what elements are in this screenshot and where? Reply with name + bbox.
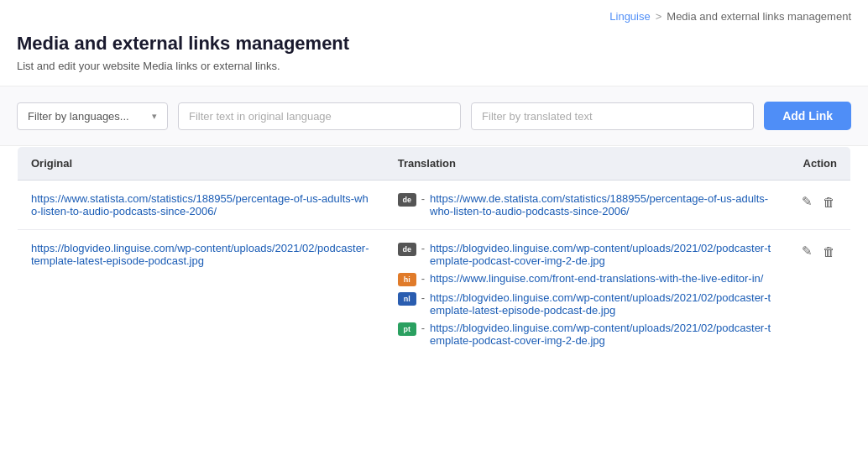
dash-separator: - [421, 272, 425, 285]
original-url: https://www.statista.com/statistics/1889… [31, 192, 369, 217]
translation-url: https://www.de.statista.com/statistics/1… [430, 192, 773, 217]
translation-item: de-https://www.de.statista.com/statistic… [398, 192, 773, 217]
breadcrumb-home[interactable]: Linguise [609, 10, 650, 23]
original-language-filter-input[interactable] [178, 102, 461, 130]
breadcrumb-current: Media and external links management [667, 10, 851, 23]
delete-icon[interactable]: 🗑 [821, 243, 837, 260]
translation-url: https://www.linguise.com/front-end-trans… [430, 272, 763, 285]
col-translation-header: Translation [384, 147, 787, 181]
breadcrumb-separator: > [656, 10, 662, 23]
breadcrumb: Linguise > Media and external links mana… [0, 0, 868, 26]
original-url-cell: https://www.statista.com/statistics/1889… [18, 181, 384, 230]
chevron-down-icon: ▾ [152, 111, 157, 122]
edit-icon[interactable]: ✎ [800, 192, 814, 211]
table-header-row: Original Translation Action [18, 147, 851, 181]
translation-url: https://blogvideo.linguise.com/wp-conten… [430, 322, 773, 347]
filter-bar: Filter by languages... ▾ Add Link [0, 86, 868, 146]
lang-badge-hi: hi [398, 273, 416, 286]
dash-separator: - [421, 291, 425, 304]
links-table-container: Original Translation Action https://www.… [0, 146, 868, 359]
table-row: https://blogvideo.linguise.com/wp-conten… [18, 230, 851, 359]
translation-cell: de-https://www.de.statista.com/statistic… [384, 181, 787, 230]
original-url-cell: https://blogvideo.linguise.com/wp-conten… [18, 230, 384, 359]
lang-badge-nl: nl [398, 292, 416, 306]
edit-icon[interactable]: ✎ [800, 242, 814, 260]
action-cell: ✎🗑 [787, 230, 851, 359]
action-cell: ✎🗑 [787, 181, 851, 230]
translated-text-filter-input[interactable] [471, 102, 754, 130]
links-table: Original Translation Action https://www.… [17, 146, 851, 359]
page-subtitle: List and edit your website Media links o… [17, 60, 851, 72]
original-url: https://blogvideo.linguise.com/wp-conten… [31, 242, 369, 267]
translation-item: nl-https://blogvideo.linguise.com/wp-con… [398, 291, 773, 317]
page-title: Media and external links management [17, 33, 851, 55]
dash-separator: - [421, 322, 425, 334]
table-row: https://www.statista.com/statistics/1889… [18, 181, 851, 230]
lang-badge-pt: pt [398, 322, 416, 336]
language-filter-label: Filter by languages... [28, 110, 129, 123]
col-action-header: Action [787, 147, 851, 181]
action-icons: ✎🗑 [800, 192, 837, 211]
translation-item: pt-https://blogvideo.linguise.com/wp-con… [398, 322, 773, 347]
add-link-button[interactable]: Add Link [764, 102, 851, 130]
language-filter-select[interactable]: Filter by languages... ▾ [17, 102, 168, 130]
lang-badge-de: de [398, 243, 416, 256]
lang-badge-de: de [398, 193, 416, 207]
translation-item: de-https://blogvideo.linguise.com/wp-con… [398, 242, 773, 267]
dash-separator: - [421, 242, 425, 254]
translation-item: hi-https://www.linguise.com/front-end-tr… [398, 272, 773, 286]
dash-separator: - [421, 192, 425, 205]
action-icons: ✎🗑 [800, 242, 837, 260]
delete-icon[interactable]: 🗑 [821, 193, 837, 211]
translation-cell: de-https://blogvideo.linguise.com/wp-con… [384, 230, 787, 359]
translation-url: https://blogvideo.linguise.com/wp-conten… [430, 291, 773, 317]
col-original-header: Original [18, 147, 384, 181]
page-header: Media and external links management List… [0, 26, 868, 76]
translation-url: https://blogvideo.linguise.com/wp-conten… [430, 242, 773, 267]
